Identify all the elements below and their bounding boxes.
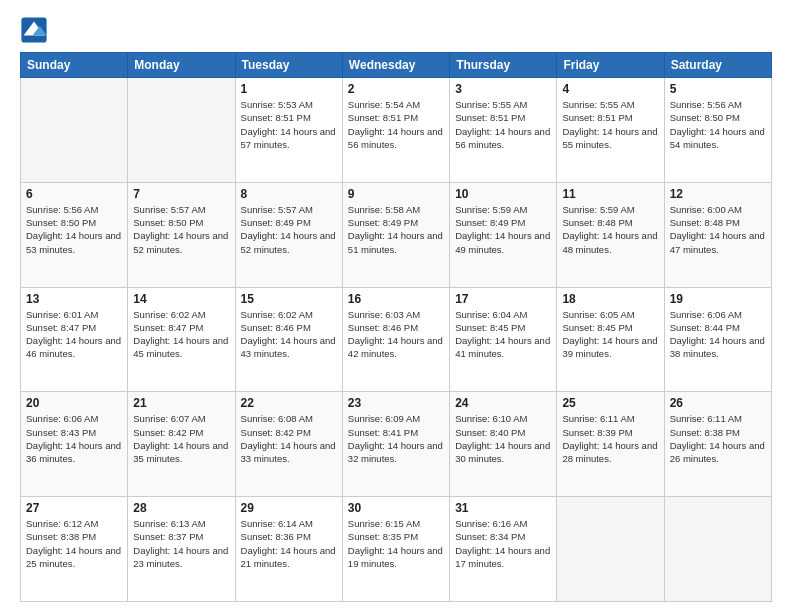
calendar-cell: 13Sunrise: 6:01 AMSunset: 8:47 PMDayligh…	[21, 287, 128, 392]
calendar-cell: 28Sunrise: 6:13 AMSunset: 8:37 PMDayligh…	[128, 497, 235, 602]
calendar-week-1: 1Sunrise: 5:53 AMSunset: 8:51 PMDaylight…	[21, 78, 772, 183]
calendar-cell: 11Sunrise: 5:59 AMSunset: 8:48 PMDayligh…	[557, 182, 664, 287]
day-info: Sunrise: 5:58 AMSunset: 8:49 PMDaylight:…	[348, 203, 444, 256]
day-number: 16	[348, 292, 444, 306]
day-number: 4	[562, 82, 658, 96]
calendar-cell: 14Sunrise: 6:02 AMSunset: 8:47 PMDayligh…	[128, 287, 235, 392]
day-info: Sunrise: 6:11 AMSunset: 8:38 PMDaylight:…	[670, 412, 766, 465]
calendar-cell: 22Sunrise: 6:08 AMSunset: 8:42 PMDayligh…	[235, 392, 342, 497]
day-info: Sunrise: 6:07 AMSunset: 8:42 PMDaylight:…	[133, 412, 229, 465]
calendar-cell: 15Sunrise: 6:02 AMSunset: 8:46 PMDayligh…	[235, 287, 342, 392]
day-info: Sunrise: 5:54 AMSunset: 8:51 PMDaylight:…	[348, 98, 444, 151]
calendar-cell: 19Sunrise: 6:06 AMSunset: 8:44 PMDayligh…	[664, 287, 771, 392]
calendar-cell: 18Sunrise: 6:05 AMSunset: 8:45 PMDayligh…	[557, 287, 664, 392]
calendar-week-4: 20Sunrise: 6:06 AMSunset: 8:43 PMDayligh…	[21, 392, 772, 497]
day-number: 29	[241, 501, 337, 515]
calendar-cell: 25Sunrise: 6:11 AMSunset: 8:39 PMDayligh…	[557, 392, 664, 497]
day-info: Sunrise: 6:15 AMSunset: 8:35 PMDaylight:…	[348, 517, 444, 570]
day-info: Sunrise: 6:05 AMSunset: 8:45 PMDaylight:…	[562, 308, 658, 361]
day-info: Sunrise: 5:56 AMSunset: 8:50 PMDaylight:…	[670, 98, 766, 151]
calendar-cell: 20Sunrise: 6:06 AMSunset: 8:43 PMDayligh…	[21, 392, 128, 497]
day-number: 24	[455, 396, 551, 410]
day-number: 25	[562, 396, 658, 410]
calendar-cell: 29Sunrise: 6:14 AMSunset: 8:36 PMDayligh…	[235, 497, 342, 602]
day-info: Sunrise: 5:57 AMSunset: 8:50 PMDaylight:…	[133, 203, 229, 256]
day-number: 7	[133, 187, 229, 201]
day-number: 22	[241, 396, 337, 410]
day-number: 1	[241, 82, 337, 96]
calendar-cell: 6Sunrise: 5:56 AMSunset: 8:50 PMDaylight…	[21, 182, 128, 287]
calendar-cell: 5Sunrise: 5:56 AMSunset: 8:50 PMDaylight…	[664, 78, 771, 183]
day-info: Sunrise: 5:59 AMSunset: 8:48 PMDaylight:…	[562, 203, 658, 256]
calendar-cell: 26Sunrise: 6:11 AMSunset: 8:38 PMDayligh…	[664, 392, 771, 497]
calendar-cell	[128, 78, 235, 183]
calendar-cell: 8Sunrise: 5:57 AMSunset: 8:49 PMDaylight…	[235, 182, 342, 287]
day-info: Sunrise: 6:10 AMSunset: 8:40 PMDaylight:…	[455, 412, 551, 465]
day-info: Sunrise: 5:57 AMSunset: 8:49 PMDaylight:…	[241, 203, 337, 256]
day-number: 9	[348, 187, 444, 201]
day-info: Sunrise: 5:55 AMSunset: 8:51 PMDaylight:…	[562, 98, 658, 151]
day-number: 12	[670, 187, 766, 201]
day-number: 20	[26, 396, 122, 410]
weekday-header-wednesday: Wednesday	[342, 53, 449, 78]
page: SundayMondayTuesdayWednesdayThursdayFrid…	[0, 0, 792, 612]
day-info: Sunrise: 6:04 AMSunset: 8:45 PMDaylight:…	[455, 308, 551, 361]
day-info: Sunrise: 6:02 AMSunset: 8:46 PMDaylight:…	[241, 308, 337, 361]
day-info: Sunrise: 6:03 AMSunset: 8:46 PMDaylight:…	[348, 308, 444, 361]
day-number: 5	[670, 82, 766, 96]
day-number: 3	[455, 82, 551, 96]
day-info: Sunrise: 6:06 AMSunset: 8:43 PMDaylight:…	[26, 412, 122, 465]
weekday-row: SundayMondayTuesdayWednesdayThursdayFrid…	[21, 53, 772, 78]
calendar-cell: 2Sunrise: 5:54 AMSunset: 8:51 PMDaylight…	[342, 78, 449, 183]
weekday-header-tuesday: Tuesday	[235, 53, 342, 78]
calendar-cell	[664, 497, 771, 602]
calendar-header: SundayMondayTuesdayWednesdayThursdayFrid…	[21, 53, 772, 78]
day-number: 17	[455, 292, 551, 306]
day-number: 6	[26, 187, 122, 201]
calendar-cell: 10Sunrise: 5:59 AMSunset: 8:49 PMDayligh…	[450, 182, 557, 287]
day-number: 10	[455, 187, 551, 201]
day-info: Sunrise: 6:09 AMSunset: 8:41 PMDaylight:…	[348, 412, 444, 465]
day-number: 19	[670, 292, 766, 306]
calendar-cell: 1Sunrise: 5:53 AMSunset: 8:51 PMDaylight…	[235, 78, 342, 183]
day-number: 2	[348, 82, 444, 96]
calendar-cell: 24Sunrise: 6:10 AMSunset: 8:40 PMDayligh…	[450, 392, 557, 497]
day-info: Sunrise: 6:12 AMSunset: 8:38 PMDaylight:…	[26, 517, 122, 570]
calendar-week-5: 27Sunrise: 6:12 AMSunset: 8:38 PMDayligh…	[21, 497, 772, 602]
day-info: Sunrise: 6:01 AMSunset: 8:47 PMDaylight:…	[26, 308, 122, 361]
day-number: 28	[133, 501, 229, 515]
calendar-cell	[21, 78, 128, 183]
calendar-body: 1Sunrise: 5:53 AMSunset: 8:51 PMDaylight…	[21, 78, 772, 602]
day-number: 26	[670, 396, 766, 410]
calendar-week-3: 13Sunrise: 6:01 AMSunset: 8:47 PMDayligh…	[21, 287, 772, 392]
calendar-cell: 27Sunrise: 6:12 AMSunset: 8:38 PMDayligh…	[21, 497, 128, 602]
calendar-cell: 3Sunrise: 5:55 AMSunset: 8:51 PMDaylight…	[450, 78, 557, 183]
logo-icon	[20, 16, 48, 44]
calendar-cell: 31Sunrise: 6:16 AMSunset: 8:34 PMDayligh…	[450, 497, 557, 602]
day-number: 31	[455, 501, 551, 515]
day-info: Sunrise: 5:56 AMSunset: 8:50 PMDaylight:…	[26, 203, 122, 256]
weekday-header-sunday: Sunday	[21, 53, 128, 78]
day-info: Sunrise: 6:08 AMSunset: 8:42 PMDaylight:…	[241, 412, 337, 465]
calendar-cell: 9Sunrise: 5:58 AMSunset: 8:49 PMDaylight…	[342, 182, 449, 287]
day-number: 8	[241, 187, 337, 201]
weekday-header-saturday: Saturday	[664, 53, 771, 78]
day-info: Sunrise: 6:16 AMSunset: 8:34 PMDaylight:…	[455, 517, 551, 570]
day-number: 23	[348, 396, 444, 410]
calendar-week-2: 6Sunrise: 5:56 AMSunset: 8:50 PMDaylight…	[21, 182, 772, 287]
calendar-table: SundayMondayTuesdayWednesdayThursdayFrid…	[20, 52, 772, 602]
calendar-cell: 16Sunrise: 6:03 AMSunset: 8:46 PMDayligh…	[342, 287, 449, 392]
day-info: Sunrise: 6:02 AMSunset: 8:47 PMDaylight:…	[133, 308, 229, 361]
weekday-header-thursday: Thursday	[450, 53, 557, 78]
weekday-header-monday: Monday	[128, 53, 235, 78]
day-info: Sunrise: 6:06 AMSunset: 8:44 PMDaylight:…	[670, 308, 766, 361]
day-number: 27	[26, 501, 122, 515]
calendar-cell: 17Sunrise: 6:04 AMSunset: 8:45 PMDayligh…	[450, 287, 557, 392]
weekday-header-friday: Friday	[557, 53, 664, 78]
calendar-cell: 7Sunrise: 5:57 AMSunset: 8:50 PMDaylight…	[128, 182, 235, 287]
day-number: 15	[241, 292, 337, 306]
day-number: 11	[562, 187, 658, 201]
calendar-cell: 12Sunrise: 6:00 AMSunset: 8:48 PMDayligh…	[664, 182, 771, 287]
day-info: Sunrise: 6:14 AMSunset: 8:36 PMDaylight:…	[241, 517, 337, 570]
day-info: Sunrise: 6:00 AMSunset: 8:48 PMDaylight:…	[670, 203, 766, 256]
